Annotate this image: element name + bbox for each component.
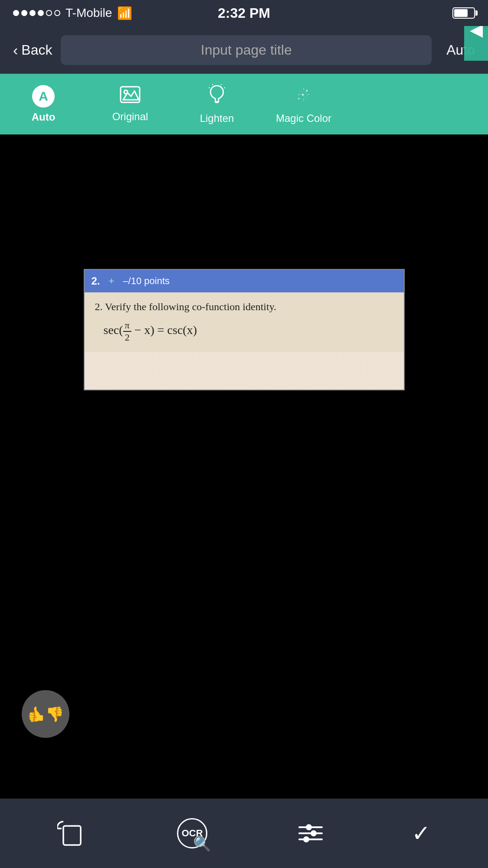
- document-header-row: 2. + –/10 points: [85, 270, 404, 292]
- dot4: [38, 10, 44, 16]
- sliders-button[interactable]: [298, 826, 323, 840]
- svg-marker-1: [123, 91, 139, 100]
- filter-tabs-bar: A Auto Original Lighten: [0, 74, 488, 134]
- dot2: [21, 10, 27, 16]
- dot1: [13, 10, 19, 16]
- lighten-icon: [208, 84, 226, 109]
- document-body: 2. Verify the following co-function iden…: [85, 292, 404, 352]
- tab-lighten-label: Lighten: [200, 112, 234, 124]
- back-chevron-icon: ‹: [13, 42, 18, 59]
- original-icon: [120, 86, 141, 107]
- page-title-input[interactable]: [61, 35, 432, 65]
- question-number: 2.: [92, 275, 100, 287]
- checkmark-icon: ✓: [412, 820, 431, 846]
- time-display: 2:32 PM: [218, 5, 270, 21]
- slider-knob-2: [311, 830, 317, 836]
- slider-line-1: [298, 826, 323, 828]
- back-button[interactable]: ‹ Back: [13, 42, 52, 59]
- question-text: 2. Verify the following co-function iden…: [95, 301, 393, 313]
- battery-fill: [454, 9, 468, 17]
- thumbs-down-icon: 👎: [46, 705, 64, 723]
- sliders-icon: [298, 826, 323, 840]
- confirm-button[interactable]: ✓: [412, 820, 431, 846]
- svg-line-7: [209, 87, 210, 88]
- status-right: [452, 7, 475, 19]
- dot3: [29, 10, 36, 16]
- svg-line-5: [221, 84, 222, 85]
- tab-magic-color-label: Magic Color: [276, 112, 331, 124]
- ocr-button[interactable]: OCR 🔍: [175, 816, 210, 851]
- svg-line-6: [224, 87, 225, 88]
- tab-auto-label: Auto: [32, 111, 56, 123]
- auto-icon: A: [32, 85, 55, 108]
- carrier-label: T-Mobile: [66, 6, 112, 20]
- tab-magic-color[interactable]: ✦ ✦ ✦ Magic Color: [260, 74, 347, 134]
- points-icon: +: [109, 275, 115, 287]
- undo-button[interactable]: [57, 819, 86, 848]
- status-left: T-Mobile 📶: [13, 6, 132, 20]
- undo-icon: [57, 819, 86, 848]
- svg-text:✦: ✦: [305, 89, 308, 93]
- svg-text:✦: ✦: [298, 97, 300, 100]
- svg-rect-12: [63, 826, 81, 845]
- slider-line-2: [298, 832, 323, 834]
- ocr-icon: OCR 🔍: [175, 816, 210, 851]
- formula-text: sec( π 2 − x) = csc(x): [95, 320, 393, 343]
- svg-line-3: [212, 84, 213, 85]
- tab-original-label: Original: [112, 111, 148, 123]
- document-preview: 2. + –/10 points 2. Verify the following…: [84, 269, 405, 390]
- magnifier-icon: 🔍: [193, 835, 211, 852]
- thumbs-up-icon: 👍: [27, 705, 46, 723]
- tab-original[interactable]: Original: [87, 74, 174, 134]
- main-content: 2. + –/10 points 2. Verify the following…: [0, 134, 488, 816]
- wifi-icon: 📶: [117, 6, 132, 20]
- feedback-button[interactable]: 👍 👎: [22, 690, 69, 738]
- tab-auto[interactable]: A Auto: [0, 74, 87, 134]
- status-bar: T-Mobile 📶 2:32 PM: [0, 0, 488, 26]
- slider-knob-3: [303, 836, 309, 842]
- header-bar: ‹ Back Auto: [0, 26, 488, 74]
- dot5: [46, 10, 52, 16]
- bottom-toolbar: OCR 🔍 ✓: [0, 799, 488, 868]
- svg-text:✦: ✦: [301, 92, 305, 97]
- slider-line-3: [298, 839, 323, 840]
- svg-point-2: [124, 90, 128, 94]
- points-label: –/10 points: [123, 275, 170, 287]
- signal-dots: [13, 10, 60, 16]
- tab-lighten[interactable]: Lighten: [174, 74, 260, 134]
- dot6: [54, 10, 60, 16]
- battery-icon: [452, 7, 475, 19]
- magic-color-icon: ✦ ✦ ✦: [293, 84, 314, 109]
- slider-knob-1: [306, 824, 312, 830]
- back-label: Back: [21, 42, 52, 58]
